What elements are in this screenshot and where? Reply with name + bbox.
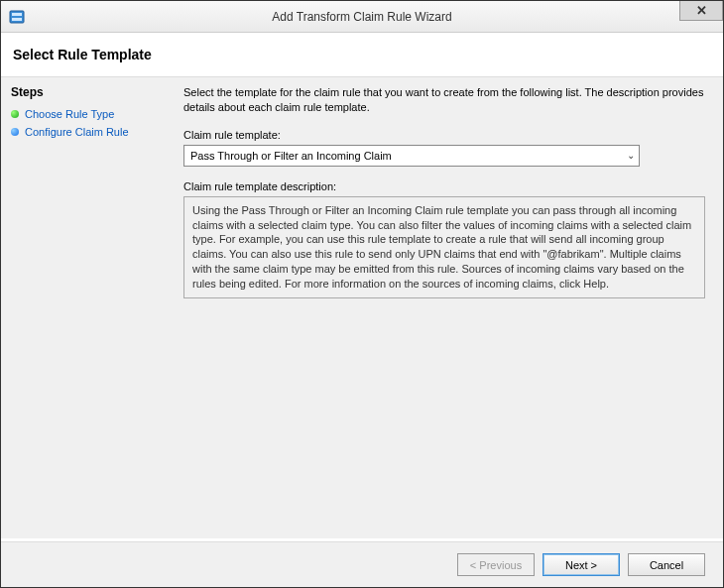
claim-rule-template-select[interactable]: Pass Through or Filter an Incoming Claim… (183, 145, 640, 167)
titlebar: Add Transform Claim Rule Wizard ✕ (1, 1, 723, 33)
intro-text: Select the template for the claim rule t… (183, 85, 705, 115)
template-label: Claim rule template: (183, 129, 705, 141)
next-button[interactable]: Next > (543, 553, 620, 576)
template-selected-value: Pass Through or Filter an Incoming Claim (190, 150, 392, 162)
close-icon: ✕ (696, 3, 707, 18)
bullet-current-icon (11, 110, 19, 118)
wizard-footer: < Previous Next > Cancel (1, 541, 723, 587)
steps-heading: Steps (11, 85, 164, 99)
step-configure-claim-rule[interactable]: Configure Claim Rule (11, 123, 164, 141)
previous-button: < Previous (457, 553, 535, 576)
step-label: Choose Rule Type (25, 108, 114, 120)
bullet-upcoming-icon (11, 128, 19, 136)
steps-sidebar: Steps Choose Rule Type Configure Claim R… (1, 77, 174, 538)
close-button[interactable]: ✕ (679, 1, 723, 21)
page-title: Select Rule Template (13, 47, 713, 62)
page-header: Select Rule Template (1, 33, 723, 77)
chevron-down-icon: ⌄ (627, 150, 635, 161)
window-title: Add Transform Claim Rule Wizard (1, 10, 723, 24)
wizard-body: Steps Choose Rule Type Configure Claim R… (1, 77, 723, 538)
step-label: Configure Claim Rule (25, 126, 129, 138)
step-choose-rule-type[interactable]: Choose Rule Type (11, 105, 164, 123)
cancel-button[interactable]: Cancel (628, 553, 705, 576)
main-content: Select the template for the claim rule t… (174, 77, 723, 538)
description-label: Claim rule template description: (183, 180, 705, 192)
template-description: Using the Pass Through or Filter an Inco… (183, 196, 705, 298)
